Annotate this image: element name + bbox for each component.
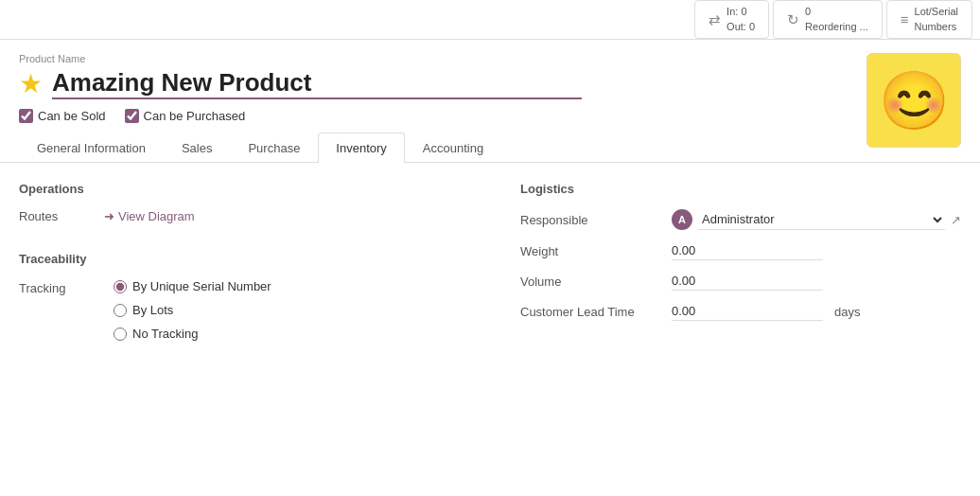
can-be-purchased-label: Can be Purchased bbox=[144, 109, 246, 123]
product-image: 😊 bbox=[866, 53, 961, 148]
can-be-sold-label: Can be Sold bbox=[38, 109, 106, 123]
transfers-out: Out: 0 bbox=[726, 20, 755, 34]
responsible-row: Responsible A Administrator ↗ bbox=[520, 209, 961, 230]
responsible-select[interactable]: Administrator bbox=[698, 209, 945, 230]
volume-label: Volume bbox=[520, 275, 672, 289]
star-icon[interactable]: ★ bbox=[19, 71, 43, 97]
reordering-label: Reordering ... bbox=[805, 20, 868, 34]
tab-purchase[interactable]: Purchase bbox=[230, 133, 318, 163]
arrow-right-icon: ➜ bbox=[104, 209, 114, 223]
weight-input[interactable] bbox=[672, 241, 823, 260]
tracking-radio-group: By Unique Serial Number By Lots No Track… bbox=[114, 279, 271, 341]
tracking-row: Tracking By Unique Serial Number By Lots… bbox=[19, 279, 482, 341]
transfers-button[interactable]: ⇄ In: 0 Out: 0 bbox=[694, 0, 769, 39]
volume-input[interactable] bbox=[672, 272, 823, 291]
tab-accounting[interactable]: Accounting bbox=[405, 133, 501, 163]
product-name-label: Product Name bbox=[19, 53, 961, 64]
main-content: Operations Routes ➜ View Diagram Traceab… bbox=[0, 163, 980, 360]
weight-label: Weight bbox=[520, 244, 672, 258]
top-bar: ⇄ In: 0 Out: 0 ↻ 0 Reordering ... ≡ Lot/… bbox=[0, 0, 980, 40]
product-header: Product Name ★ 😊 bbox=[0, 40, 980, 99]
product-name-input[interactable] bbox=[52, 68, 582, 99]
reordering-value: 0 bbox=[805, 5, 868, 19]
checkboxes-row: Can be Sold Can be Purchased bbox=[0, 109, 980, 123]
weight-row: Weight bbox=[520, 241, 961, 260]
traceability-title: Traceability bbox=[19, 252, 482, 266]
volume-row: Volume bbox=[520, 272, 961, 291]
reordering-icon: ↻ bbox=[787, 11, 799, 28]
view-diagram-link[interactable]: ➜ View Diagram bbox=[104, 209, 195, 223]
tracking-serial-option[interactable]: By Unique Serial Number bbox=[114, 279, 271, 293]
reordering-button[interactable]: ↻ 0 Reordering ... bbox=[773, 0, 883, 39]
tab-inventory[interactable]: Inventory bbox=[318, 133, 404, 163]
tracking-lots-option[interactable]: By Lots bbox=[114, 303, 271, 317]
can-be-purchased-checkbox[interactable]: Can be Purchased bbox=[125, 109, 246, 123]
product-name-row: ★ bbox=[19, 68, 961, 99]
routes-row: Routes ➜ View Diagram bbox=[19, 209, 482, 223]
lead-time-label: Customer Lead Time bbox=[520, 305, 672, 319]
tracking-label: Tracking bbox=[19, 281, 95, 295]
tabs: General Information Sales Purchase Inven… bbox=[0, 133, 980, 163]
lot-serial-button[interactable]: ≡ Lot/Serial Numbers bbox=[886, 0, 972, 39]
transfers-in: In: 0 bbox=[726, 5, 755, 19]
left-panel: Operations Routes ➜ View Diagram Traceab… bbox=[19, 182, 482, 341]
tab-sales[interactable]: Sales bbox=[164, 133, 231, 163]
can-be-sold-checkbox[interactable]: Can be Sold bbox=[19, 109, 106, 123]
operations-section: Operations Routes ➜ View Diagram bbox=[19, 182, 482, 223]
lead-time-input[interactable] bbox=[672, 302, 823, 321]
lot-serial-icon: ≡ bbox=[901, 11, 909, 27]
routes-label: Routes bbox=[19, 209, 95, 223]
logistics-title: Logistics bbox=[520, 182, 961, 196]
right-panel: Logistics Responsible A Administrator ↗ … bbox=[520, 182, 961, 341]
responsible-label: Responsible bbox=[520, 213, 672, 227]
transfers-icon: ⇄ bbox=[709, 11, 721, 28]
operations-title: Operations bbox=[19, 182, 482, 196]
tab-general-information[interactable]: General Information bbox=[19, 133, 164, 163]
lead-time-unit: days bbox=[834, 305, 860, 319]
responsible-avatar: A bbox=[672, 209, 692, 230]
lead-time-row: Customer Lead Time days bbox=[520, 302, 961, 321]
traceability-section: Traceability Tracking By Unique Serial N… bbox=[19, 252, 482, 341]
external-link-icon[interactable]: ↗ bbox=[951, 213, 961, 227]
responsible-value: A Administrator ↗ bbox=[672, 209, 961, 230]
tracking-none-option[interactable]: No Tracking bbox=[114, 327, 271, 341]
